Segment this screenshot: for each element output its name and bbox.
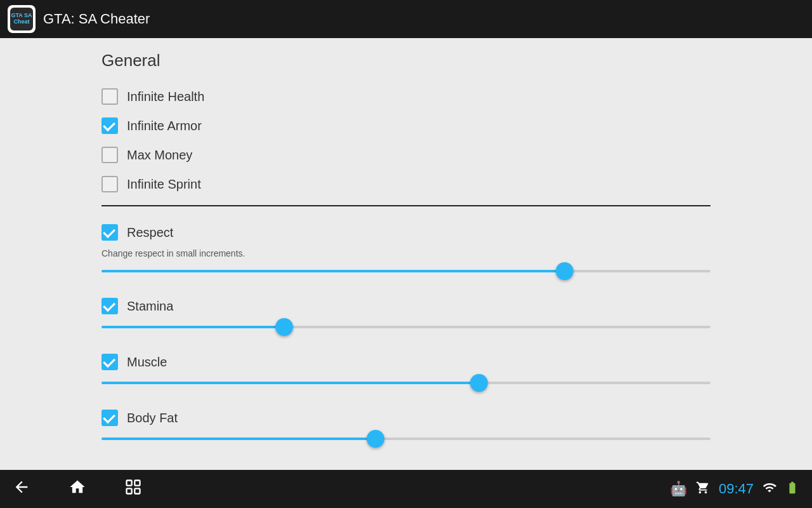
checkbox-stamina[interactable] [102, 298, 118, 314]
slider-thumb-stamina[interactable] [275, 318, 293, 336]
checkbox-item-max-money[interactable]: Max Money [102, 140, 710, 170]
checkboxes-container: Infinite Health Infinite Armor Max Money… [102, 82, 710, 199]
checkbox-item-infinite-health[interactable]: Infinite Health [102, 82, 710, 111]
wifi-icon [763, 481, 776, 498]
home-button[interactable] [69, 478, 86, 500]
slider-thumb-body-fat[interactable] [367, 430, 384, 448]
checkbox-label-max-money: Max Money [127, 148, 192, 163]
slider-section-respect: Respect Change respect in small incremen… [102, 213, 710, 286]
checkbox-label-infinite-health: Infinite Health [127, 90, 204, 104]
slider-thumb-respect[interactable] [556, 262, 573, 280]
nav-buttons [13, 478, 142, 500]
checkbox-infinite-armor[interactable] [102, 117, 118, 134]
recent-apps-button[interactable] [124, 478, 142, 500]
store-icon [696, 481, 710, 498]
checkbox-label-respect: Respect [127, 225, 173, 240]
svg-rect-3 [134, 488, 140, 493]
checkbox-item-respect[interactable]: Respect [102, 218, 710, 247]
slider-track-stamina[interactable] [102, 321, 710, 333]
slider-track-body-fat[interactable] [102, 432, 710, 445]
slider-section-muscle: Muscle [102, 342, 710, 398]
checkbox-item-stamina[interactable]: Stamina [102, 291, 710, 321]
slider-track-muscle[interactable] [102, 377, 710, 389]
slider-section-stamina: Stamina [102, 286, 710, 342]
app-icon-inner: GTA SACheat [10, 8, 33, 30]
checkbox-item-body-fat[interactable]: Body Fat [102, 403, 710, 432]
android-icon: 🤖 [670, 481, 687, 497]
bottombar: 🤖 09:47 [0, 470, 812, 508]
app-icon: GTA SACheat [8, 5, 36, 33]
battery-icon [785, 481, 799, 498]
section-divider [102, 205, 710, 206]
time-display: 09:47 [719, 481, 754, 497]
svg-rect-2 [127, 488, 132, 493]
svg-rect-0 [127, 481, 132, 486]
checkbox-item-muscle[interactable]: Muscle [102, 347, 710, 377]
checkbox-label-body-fat: Body Fat [127, 411, 178, 425]
checkbox-infinite-health[interactable] [102, 88, 118, 105]
back-button[interactable] [13, 478, 30, 500]
sliders-container: Respect Change respect in small incremen… [102, 213, 710, 454]
svg-rect-1 [134, 481, 140, 486]
checkbox-label-stamina: Stamina [127, 299, 173, 314]
checkbox-item-infinite-sprint[interactable]: Infinite Sprint [102, 170, 710, 199]
section-title: General [102, 51, 710, 70]
slider-track-respect[interactable] [102, 265, 710, 277]
status-icons: 🤖 09:47 [670, 481, 799, 498]
slider-fill-stamina [102, 326, 284, 328]
slider-desc-respect: Change respect in small increments. [102, 248, 710, 258]
checkbox-item-infinite-armor[interactable]: Infinite Armor [102, 111, 710, 140]
checkbox-label-muscle: Muscle [127, 355, 167, 370]
topbar-title: GTA: SA Cheater [43, 11, 150, 27]
topbar: GTA SACheat GTA: SA Cheater [0, 0, 812, 38]
checkbox-respect[interactable] [102, 224, 118, 241]
checkbox-muscle[interactable] [102, 354, 118, 370]
slider-section-body-fat: Body Fat [102, 398, 710, 454]
checkbox-label-infinite-sprint: Infinite Sprint [127, 177, 201, 192]
checkbox-max-money[interactable] [102, 147, 118, 163]
slider-fill-muscle [102, 382, 479, 384]
slider-fill-body-fat [102, 438, 376, 440]
checkbox-label-infinite-armor: Infinite Armor [127, 119, 202, 133]
checkbox-body-fat[interactable] [102, 410, 118, 426]
slider-thumb-muscle[interactable] [470, 374, 488, 392]
slider-fill-respect [102, 270, 565, 272]
checkbox-infinite-sprint[interactable] [102, 176, 118, 192]
main-content: General Infinite Health Infinite Armor M… [0, 38, 812, 470]
